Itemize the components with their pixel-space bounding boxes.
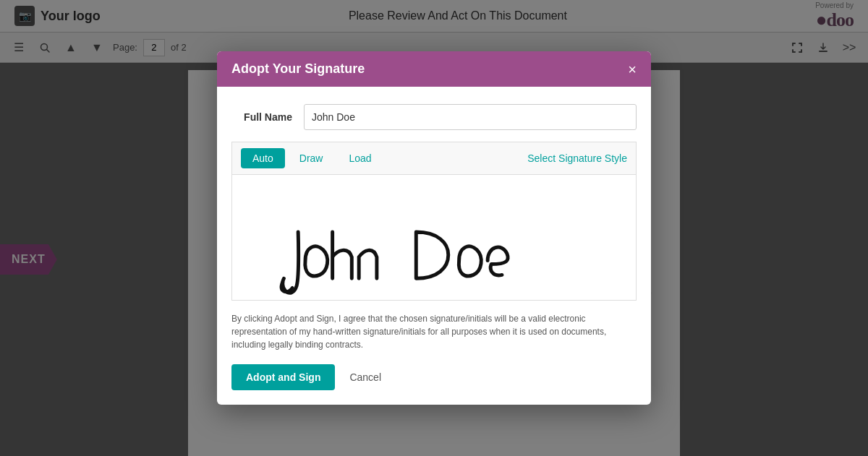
modal-body: Full Name Auto Draw Load Select Signatur… [217,87,651,405]
modal-overlay: Adopt Your Signature × Full Name Auto Dr… [0,0,868,456]
adopt-signature-modal: Adopt Your Signature × Full Name Auto Dr… [217,51,651,405]
modal-title: Adopt Your Signature [231,61,365,77]
tab-load[interactable]: Load [337,148,383,168]
cancel-button[interactable]: Cancel [344,364,387,390]
tab-draw[interactable]: Draw [288,148,335,168]
full-name-row: Full Name [231,104,637,130]
full-name-input[interactable] [304,104,637,130]
tab-auto[interactable]: Auto [241,148,285,168]
adopt-and-sign-button[interactable]: Adopt and Sign [231,364,335,390]
select-signature-style-button[interactable]: Select Signature Style [527,152,627,164]
signature-svg [232,175,636,300]
full-name-label: Full Name [231,111,304,123]
signature-preview-area [231,174,637,301]
modal-footer: Adopt and Sign Cancel [231,364,637,390]
modal-header: Adopt Your Signature × [217,51,651,87]
signature-tabs-row: Auto Draw Load Select Signature Style [231,142,637,174]
modal-close-button[interactable]: × [628,62,637,77]
disclaimer-text: By clicking Adopt and Sign, I agree that… [231,312,637,351]
